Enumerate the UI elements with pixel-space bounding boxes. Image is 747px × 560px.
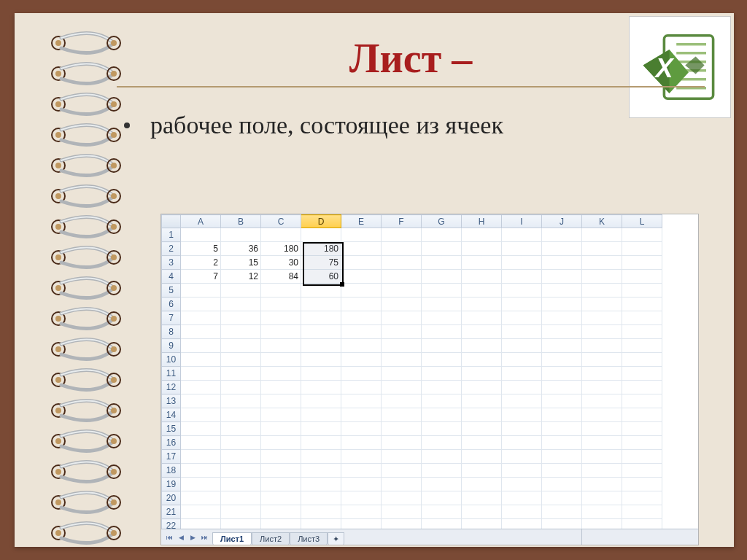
cell[interactable] [582, 394, 622, 408]
cell[interactable] [542, 408, 582, 422]
column-header[interactable]: K [582, 215, 622, 228]
cell[interactable] [422, 422, 462, 436]
cell[interactable] [382, 450, 422, 464]
cell[interactable] [542, 242, 582, 256]
cell[interactable] [542, 394, 582, 408]
column-header[interactable]: J [542, 215, 582, 228]
row-header[interactable]: 1 [162, 228, 181, 242]
cell[interactable] [422, 353, 462, 367]
column-header[interactable]: D [301, 215, 341, 228]
cell[interactable] [341, 367, 382, 381]
cell[interactable] [622, 464, 662, 478]
cell[interactable] [422, 284, 462, 298]
row-header[interactable]: 16 [162, 436, 181, 450]
cell[interactable] [502, 450, 542, 464]
cell[interactable] [502, 228, 542, 242]
row-header[interactable]: 19 [162, 478, 181, 491]
cell[interactable] [382, 367, 422, 381]
cell[interactable] [622, 353, 662, 367]
cell[interactable] [261, 408, 301, 422]
cell[interactable] [542, 422, 582, 436]
cell[interactable] [622, 450, 662, 464]
cell[interactable] [181, 325, 221, 339]
cell[interactable] [261, 339, 301, 353]
cell[interactable]: 7 [181, 270, 221, 284]
row-header[interactable]: 10 [162, 353, 181, 367]
cell[interactable] [622, 478, 662, 491]
cell[interactable] [261, 381, 301, 394]
cell[interactable] [502, 311, 542, 325]
cell[interactable] [542, 478, 582, 491]
cell[interactable] [341, 242, 382, 256]
cell[interactable] [382, 284, 422, 298]
row-header[interactable]: 21 [162, 505, 181, 519]
cell[interactable]: 180 [261, 242, 301, 256]
cell[interactable]: 5 [181, 242, 221, 256]
row-header[interactable]: 5 [162, 284, 181, 298]
column-header[interactable]: G [422, 215, 462, 228]
cell[interactable]: 15 [221, 256, 261, 270]
cell[interactable] [582, 228, 622, 242]
cell[interactable] [542, 311, 582, 325]
cell[interactable] [221, 339, 261, 353]
cell[interactable] [542, 367, 582, 381]
cell[interactable] [181, 408, 221, 422]
cell[interactable] [382, 311, 422, 325]
cell[interactable] [382, 256, 422, 270]
cell[interactable] [462, 394, 502, 408]
cell[interactable] [462, 298, 502, 311]
cell[interactable] [462, 325, 502, 339]
cell[interactable] [261, 284, 301, 298]
cell[interactable] [422, 367, 462, 381]
column-header[interactable]: H [462, 215, 502, 228]
cell[interactable] [382, 394, 422, 408]
cell[interactable] [181, 298, 221, 311]
cell[interactable] [382, 422, 422, 436]
cell[interactable] [382, 408, 422, 422]
select-all-corner[interactable] [162, 215, 181, 228]
column-header[interactable]: E [341, 215, 382, 228]
cell[interactable] [341, 381, 382, 394]
cell[interactable] [382, 505, 422, 519]
cell[interactable] [261, 422, 301, 436]
cell[interactable] [502, 381, 542, 394]
cell[interactable] [502, 408, 542, 422]
cell[interactable] [462, 450, 502, 464]
cell[interactable] [341, 450, 382, 464]
cell[interactable] [221, 408, 261, 422]
cell[interactable] [582, 270, 622, 284]
cell[interactable] [181, 353, 221, 367]
cell[interactable] [502, 242, 542, 256]
cell[interactable] [261, 450, 301, 464]
column-header[interactable]: I [502, 215, 542, 228]
cell[interactable] [382, 339, 422, 353]
cell[interactable] [502, 298, 542, 311]
row-header[interactable]: 14 [162, 408, 181, 422]
cell[interactable] [462, 353, 502, 367]
row-header[interactable]: 3 [162, 256, 181, 270]
cell[interactable] [622, 436, 662, 450]
cell[interactable] [542, 325, 582, 339]
cell[interactable]: 75 [301, 256, 341, 270]
cell[interactable]: 84 [261, 270, 301, 284]
row-header[interactable]: 17 [162, 450, 181, 464]
cell[interactable] [422, 270, 462, 284]
cell[interactable] [422, 491, 462, 505]
row-header[interactable]: 4 [162, 270, 181, 284]
cell[interactable] [301, 325, 341, 339]
cell[interactable] [261, 464, 301, 478]
cell[interactable] [462, 478, 502, 491]
cell[interactable] [341, 353, 382, 367]
cell[interactable] [582, 242, 622, 256]
row-header[interactable]: 15 [162, 422, 181, 436]
cell[interactable] [422, 298, 462, 311]
row-header[interactable]: 9 [162, 339, 181, 353]
row-header[interactable]: 8 [162, 325, 181, 339]
cell[interactable] [181, 422, 221, 436]
cell[interactable] [582, 422, 622, 436]
row-header[interactable]: 11 [162, 367, 181, 381]
cell[interactable] [462, 256, 502, 270]
cell[interactable] [582, 339, 622, 353]
cell[interactable] [502, 478, 542, 491]
cell[interactable] [502, 353, 542, 367]
